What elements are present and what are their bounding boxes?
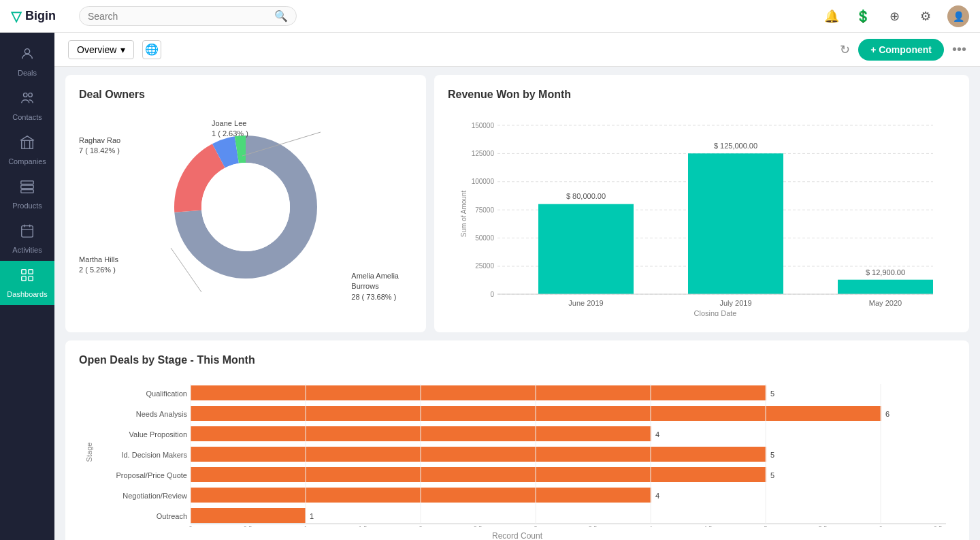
sidebar-item-dashboards[interactable]: Dashboards bbox=[0, 261, 54, 305]
chevron-down-icon: ▾ bbox=[120, 44, 125, 55]
svg-text:6: 6 bbox=[879, 525, 882, 527]
revenue-title: Revenue Won by Month bbox=[448, 89, 956, 101]
companies-icon bbox=[20, 135, 35, 153]
bar-july-2019 bbox=[688, 153, 783, 294]
sidebar-item-deals[interactable]: Deals bbox=[0, 39, 54, 84]
topbar-icons: 🔔 💲 ⊕ ⚙ 👤 bbox=[822, 5, 969, 27]
sidebar-label-activities: Activities bbox=[12, 246, 42, 254]
sidebar-label-contacts: Contacts bbox=[12, 113, 42, 121]
add-component-label: + Component bbox=[870, 44, 932, 55]
sidebar-label-companies: Companies bbox=[8, 157, 46, 165]
sub-header-right: ↻ + Component ••• bbox=[840, 39, 966, 61]
svg-text:0: 0 bbox=[490, 291, 494, 298]
refresh-button[interactable]: ↻ bbox=[840, 42, 850, 57]
svg-text:Stage: Stage bbox=[85, 443, 93, 462]
svg-rect-11 bbox=[29, 276, 33, 281]
legend-raghav: Raghav Rao 7 ( 18.42% ) bbox=[79, 136, 120, 157]
deal-owners-panel: Deal Owners bbox=[65, 75, 426, 332]
svg-text:$ 80,000.00: $ 80,000.00 bbox=[566, 192, 606, 200]
revenue-chart: 150000 125000 100000 75000 50000 25000 0… bbox=[448, 112, 956, 316]
svg-text:75000: 75000 bbox=[475, 206, 494, 214]
svg-rect-9 bbox=[29, 270, 33, 274]
svg-point-0 bbox=[24, 49, 29, 54]
svg-text:1: 1 bbox=[304, 525, 307, 527]
sidebar-item-companies[interactable]: Companies bbox=[0, 128, 54, 172]
app-name: Bigin bbox=[25, 9, 56, 23]
svg-text:25000: 25000 bbox=[475, 262, 494, 270]
svg-text:6: 6 bbox=[885, 410, 889, 418]
add-component-button[interactable]: + Component bbox=[858, 39, 944, 61]
globe-icon[interactable]: 🌐 bbox=[142, 40, 161, 59]
sidebar-item-activities[interactable]: Activities bbox=[0, 217, 54, 261]
svg-text:100000: 100000 bbox=[472, 178, 495, 185]
svg-rect-7 bbox=[22, 226, 33, 238]
deals-icon bbox=[20, 46, 35, 65]
svg-point-1 bbox=[24, 93, 28, 97]
svg-text:4: 4 bbox=[649, 525, 652, 527]
sidebar-item-products[interactable]: Products bbox=[0, 172, 54, 217]
bar-qualification bbox=[191, 385, 766, 400]
notification-icon[interactable]: 🔔 bbox=[822, 7, 841, 26]
open-deals-panel: Open Deals by Stage - This Month Stage Q… bbox=[65, 340, 969, 540]
dashboard-panels: Deal Owners bbox=[54, 67, 980, 340]
svg-rect-8 bbox=[22, 270, 26, 274]
svg-text:$ 125,000.00: $ 125,000.00 bbox=[714, 142, 757, 150]
svg-text:$ 12,900.00: $ 12,900.00 bbox=[866, 268, 905, 276]
bar-june-2019 bbox=[538, 204, 634, 294]
svg-text:2: 2 bbox=[419, 525, 422, 527]
sub-header: Overview ▾ 🌐 ↻ + Component ••• bbox=[54, 33, 980, 67]
sidebar-label-products: Products bbox=[12, 202, 42, 210]
svg-text:4: 4 bbox=[655, 492, 659, 500]
svg-text:Id. Decision Makers: Id. Decision Makers bbox=[121, 451, 187, 459]
search-icon: 🔍 bbox=[274, 10, 288, 22]
svg-text:0: 0 bbox=[189, 525, 192, 527]
svg-text:5: 5 bbox=[770, 451, 774, 459]
svg-text:May 2020: May 2020 bbox=[869, 299, 902, 307]
legend-martha: Martha Hills 2 ( 5.26% ) bbox=[79, 255, 118, 276]
svg-point-2 bbox=[29, 93, 33, 97]
overview-label: Overview bbox=[77, 44, 116, 55]
donut-hole bbox=[201, 163, 290, 251]
dashboards-icon bbox=[20, 268, 35, 286]
svg-text:June 2019: June 2019 bbox=[568, 299, 603, 307]
content: Overview ▾ 🌐 ↻ + Component ••• Deal Owne… bbox=[54, 33, 980, 540]
open-deals-title: Open Deals by Stage - This Month bbox=[79, 354, 956, 366]
svg-text:5: 5 bbox=[770, 390, 774, 398]
add-icon[interactable]: ⊕ bbox=[885, 7, 904, 26]
svg-text:125000: 125000 bbox=[472, 150, 495, 157]
svg-text:Sum of Amount: Sum of Amount bbox=[460, 191, 468, 238]
svg-text:150000: 150000 bbox=[472, 122, 495, 129]
avatar[interactable]: 👤 bbox=[947, 5, 969, 27]
svg-rect-5 bbox=[21, 185, 33, 189]
donut-chart bbox=[144, 112, 348, 302]
dollar-icon[interactable]: 💲 bbox=[853, 7, 872, 26]
main-layout: Deals Contacts Companies Products Activi… bbox=[0, 33, 980, 540]
svg-rect-3 bbox=[22, 140, 33, 148]
sidebar: Deals Contacts Companies Products Activi… bbox=[0, 33, 54, 540]
search-input[interactable] bbox=[88, 11, 269, 22]
activities-icon bbox=[20, 223, 35, 242]
topbar: ▽ Bigin 🔍 🔔 💲 ⊕ ⚙ 👤 bbox=[0, 0, 980, 33]
svg-text:50000: 50000 bbox=[475, 234, 494, 242]
bar-decision-makers bbox=[191, 447, 766, 462]
more-options-button[interactable]: ••• bbox=[952, 42, 966, 57]
products-icon bbox=[20, 179, 35, 197]
settings-icon[interactable]: ⚙ bbox=[916, 7, 935, 26]
search-bar[interactable]: 🔍 bbox=[79, 6, 297, 26]
svg-text:4.5: 4.5 bbox=[704, 525, 713, 527]
bar-outreach bbox=[191, 508, 306, 523]
sidebar-item-contacts[interactable]: Contacts bbox=[0, 84, 54, 128]
svg-text:5: 5 bbox=[764, 525, 767, 527]
svg-text:Outreach: Outreach bbox=[157, 512, 187, 520]
svg-text:4: 4 bbox=[655, 430, 659, 439]
bar-may-2020 bbox=[838, 280, 933, 294]
svg-text:0.5: 0.5 bbox=[244, 525, 252, 527]
sidebar-label-dashboards: Dashboards bbox=[7, 290, 47, 298]
deal-owners-title: Deal Owners bbox=[79, 89, 412, 101]
open-deals-chart: Stage Qualification 5 Needs Analysis 6 V… bbox=[79, 377, 956, 527]
overview-button[interactable]: Overview ▾ bbox=[68, 40, 134, 59]
logo-icon: ▽ bbox=[11, 8, 21, 25]
svg-text:Needs Analysis: Needs Analysis bbox=[136, 410, 188, 418]
svg-rect-6 bbox=[21, 190, 33, 193]
legend-amelia: Amelia Amelia Burrows 28 ( 73.68% ) bbox=[351, 271, 399, 302]
